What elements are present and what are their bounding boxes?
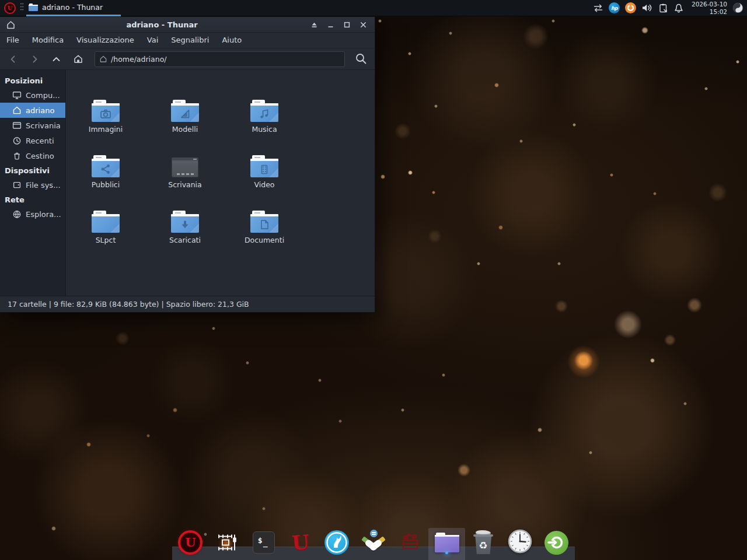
file-label: SLpct <box>96 236 116 244</box>
toolbox-icon <box>398 529 423 556</box>
back-button[interactable] <box>2 51 24 68</box>
terminal-cursor: _ <box>263 538 268 547</box>
sidebar-label: Cestino <box>26 152 54 160</box>
computer-icon <box>12 90 22 100</box>
dock-item-clock[interactable] <box>502 528 539 560</box>
dock-item-panel-preferences[interactable] <box>209 528 246 560</box>
menu-visualizzazione[interactable]: Visualizzazione <box>70 33 141 48</box>
sidebar-item-adriano[interactable]: adriano <box>0 103 65 118</box>
dock-item-launcher[interactable]: U <box>172 528 209 560</box>
handshake-badge <box>370 530 378 537</box>
thunar-window: adriano - Thunar File Modifica Visualizz… <box>0 16 375 313</box>
terminal-prompt: $ <box>258 536 263 545</box>
statusbar: 17 cartelle | 9 file: 82,9 KiB (84.863 b… <box>0 296 375 312</box>
drag-dots-icon <box>20 2 24 11</box>
panel-preferences-icon <box>215 531 239 554</box>
folder-downloads-icon <box>171 211 199 233</box>
maximize-button[interactable] <box>338 18 355 32</box>
titlebar[interactable]: adriano - Thunar <box>0 17 375 33</box>
toolbar <box>0 48 375 70</box>
file-item-modelli[interactable]: Modelli <box>150 78 220 134</box>
sidebar-item-filesystem[interactable]: File sys... <box>0 177 65 192</box>
sidebar-item-recenti[interactable]: Recenti <box>0 133 65 148</box>
notifications-bell-icon[interactable] <box>673 3 684 13</box>
dock-item-logout[interactable] <box>538 528 575 560</box>
dock-item-file-manager[interactable] <box>428 528 465 560</box>
statusbar-text: 17 cartelle | 9 file: 82,9 KiB (84.863 b… <box>8 300 249 309</box>
file-label: Scaricati <box>169 236 201 244</box>
recycle-glyph: ♻ <box>479 541 488 551</box>
file-item-scaricati[interactable]: Scaricati <box>150 189 220 244</box>
distro-menu-button[interactable]: U <box>4 2 16 14</box>
sidebar: Posizioni Compu... adriano Scrivania Rec… <box>0 70 66 296</box>
file-item-immagini[interactable]: Immagini <box>71 78 141 134</box>
window-home-icon[interactable] <box>6 20 16 30</box>
system-tray: hp <box>593 1 743 15</box>
home-button[interactable] <box>67 51 89 68</box>
dock-item-toolbox-app[interactable] <box>392 528 428 560</box>
template-emblem-icon <box>171 105 199 122</box>
trash-icon <box>12 151 22 160</box>
file-item-slpct[interactable]: SLpct <box>71 189 141 244</box>
menu-aiuto[interactable]: Aiuto <box>215 33 248 48</box>
distro-logo-letter: U <box>8 5 13 11</box>
sidebar-item-scrivania[interactable]: Scrivania <box>0 118 65 133</box>
volume-icon[interactable] <box>641 3 652 13</box>
ring-glyph <box>626 4 635 12</box>
panel-handle-icon[interactable] <box>20 2 24 13</box>
uget-icon: U <box>291 532 310 553</box>
search-button[interactable] <box>350 50 372 68</box>
file-item-pubblici[interactable]: Pubblici <box>71 134 141 189</box>
file-label: Documenti <box>245 236 284 244</box>
folder-pictures-icon <box>92 100 120 122</box>
dock-item-uget[interactable]: U <box>282 528 319 560</box>
menu-vai[interactable]: Vai <box>141 33 165 48</box>
taskbar-window-button[interactable]: adriano - Thunar <box>26 0 121 16</box>
hp-tray-icon[interactable]: hp <box>609 2 620 13</box>
up-button[interactable] <box>46 51 67 68</box>
path-bar[interactable] <box>95 51 345 67</box>
folder-music-icon <box>250 100 278 122</box>
sidebar-header-devices: Dispositivi <box>0 163 65 177</box>
sidebar-item-computer[interactable]: Compu... <box>0 88 65 103</box>
dock-item-trash[interactable]: ♻ <box>465 528 502 560</box>
trash-can-icon: ♻ <box>473 530 493 555</box>
terminal-icon: $_ <box>253 531 275 554</box>
file-item-video[interactable]: Video <box>229 134 299 189</box>
clipboard-manager-icon[interactable] <box>658 3 668 13</box>
dock-item-handshake-app[interactable] <box>355 528 392 560</box>
sidebar-label: Esplora... <box>26 210 61 219</box>
close-button[interactable] <box>355 18 371 32</box>
file-item-scrivania[interactable]: Scrivania <box>150 134 220 189</box>
sidebar-item-network[interactable]: Esplora... <box>0 206 65 222</box>
folder-documents-icon <box>250 211 278 233</box>
folder-public-icon <box>92 155 120 177</box>
path-home-icon <box>99 55 107 63</box>
swap-arrows-icon[interactable] <box>593 4 603 13</box>
yin-yang-icon[interactable] <box>732 2 743 13</box>
top-panel: U adriano - Thunar hp <box>0 0 747 16</box>
folder-plain-icon <box>92 211 120 233</box>
camera-emblem-icon <box>92 105 120 122</box>
sidebar-label: File sys... <box>26 181 61 190</box>
panel-date: 2026-03-10 <box>692 1 727 8</box>
dock-item-librewolf[interactable] <box>319 528 355 560</box>
sidebar-label: Compu... <box>26 91 60 100</box>
update-notifier-icon[interactable] <box>625 2 636 13</box>
file-item-musica[interactable]: Musica <box>229 78 299 134</box>
path-input[interactable] <box>111 55 340 64</box>
share-emblem-icon <box>92 160 120 177</box>
network-globe-icon <box>12 209 22 219</box>
shade-button[interactable] <box>306 18 322 32</box>
dock-item-terminal[interactable]: $_ <box>245 528 282 560</box>
panel-clock[interactable]: 2026-03-10 15:02 <box>692 1 727 15</box>
minimize-button[interactable] <box>322 18 338 32</box>
panel-time: 15:02 <box>692 8 727 15</box>
file-item-documenti[interactable]: Documenti <box>229 189 299 244</box>
menu-file[interactable]: File <box>0 33 26 48</box>
sidebar-item-cestino[interactable]: Cestino <box>0 148 65 163</box>
menu-segnalibri[interactable]: Segnalibri <box>165 33 215 48</box>
menu-modifica[interactable]: Modifica <box>26 33 70 48</box>
forward-button[interactable] <box>24 51 46 68</box>
taskbar-window-title: adriano - Thunar <box>42 3 103 12</box>
